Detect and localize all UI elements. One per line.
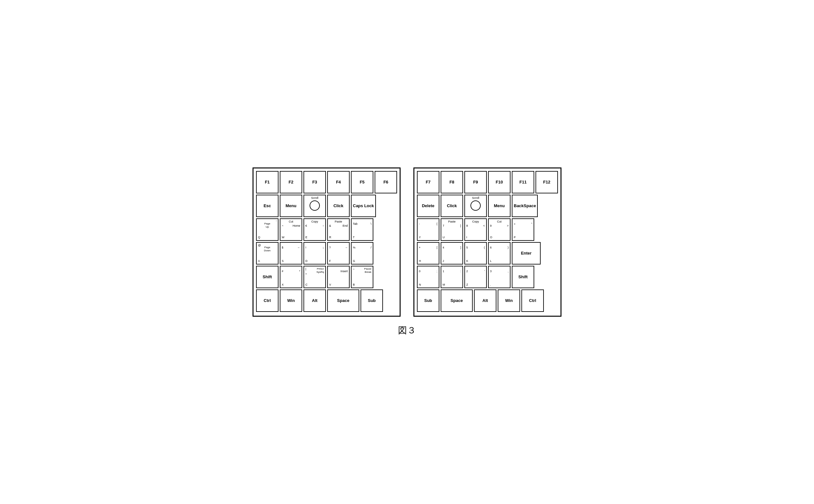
key-t[interactable]: Tab \ T — [351, 218, 373, 241]
key-enter[interactable]: Enter — [512, 242, 541, 264]
scroll-wheel-icon — [310, 200, 320, 211]
key-d[interactable]: ! ↓ D — [304, 242, 326, 264]
left-row4: @ PageDown A $ ← S ! ↓ D ? → F % / — [256, 242, 397, 264]
key-f2[interactable]: F2 — [280, 171, 302, 193]
key-f9[interactable]: F9 — [464, 171, 487, 193]
key-space-left[interactable]: Space — [327, 289, 359, 312]
key-a[interactable]: @ PageDown A — [256, 242, 279, 264]
key-win-right[interactable]: Win — [498, 289, 520, 312]
key-menu[interactable]: Menu — [280, 195, 302, 217]
key-menu-right[interactable]: Menu — [488, 195, 510, 217]
key-c[interactable]: | PrtScrSysRq ^ C — [304, 266, 326, 288]
key-r[interactable]: Paste & End R — [327, 218, 350, 241]
key-click-right[interactable]: Click — [441, 195, 463, 217]
key-x[interactable]: # * X — [280, 266, 302, 288]
key-e[interactable]: Copy € ↑ E — [304, 218, 326, 241]
right-row6: Sub Space Alt Win Ctrl — [417, 289, 558, 312]
right-keyboard: F7 F8 F9 F10 F11 F12 Delete Click Scroll… — [413, 167, 561, 317]
key-f5[interactable]: F5 — [351, 171, 373, 193]
right-row4: + [ H 4 ] J 5 ( K 6 ) L Enter — [417, 242, 558, 264]
key-f11[interactable]: F11 — [512, 171, 534, 193]
right-row2: Delete Click Scroll Menu BackSpace — [417, 195, 558, 217]
key-f1[interactable]: F1 — [256, 171, 279, 193]
key-v[interactable]: Insert V — [327, 266, 350, 288]
key-h[interactable]: + [ H — [417, 242, 439, 264]
key-n[interactable]: 0 ; N — [417, 266, 439, 288]
key-esc[interactable]: Esc — [256, 195, 279, 217]
left-row6: Ctrl Win Alt Space Sub — [256, 289, 397, 312]
figure-label: 図３ — [398, 324, 416, 337]
scroll-wheel-right-icon — [470, 200, 481, 211]
key-ctrl-left[interactable]: Ctrl — [256, 289, 279, 312]
key-alt-left[interactable]: Alt — [304, 289, 326, 312]
key-b[interactable]: – PauseBreak B — [351, 266, 373, 288]
key-ctrl-right[interactable]: Ctrl — [521, 289, 544, 312]
key-backspace[interactable]: BackSpace — [512, 195, 538, 217]
key-m[interactable]: 1 : M — [441, 266, 463, 288]
right-row5: 0 ; N 1 : M 2 ' Z 3 , . Shift — [417, 266, 558, 288]
key-delete[interactable]: Delete — [417, 195, 439, 217]
right-fkey-row: F7 F8 F9 F10 F11 F12 — [417, 171, 558, 193]
key-l[interactable]: 6 ) L — [488, 242, 510, 264]
key-sub-right[interactable]: Sub — [417, 289, 439, 312]
key-sub-left[interactable]: Sub — [361, 289, 383, 312]
key-g[interactable]: % / G — [351, 242, 373, 264]
key-f7[interactable]: F7 — [417, 171, 439, 193]
key-win-left[interactable]: Win — [280, 289, 302, 312]
key-period[interactable]: 3 , . — [488, 266, 510, 288]
left-keyboard: F1 F2 F3 F4 F5 F6 Esc Menu Scroll Click … — [253, 167, 401, 317]
key-scroll-left[interactable]: Scroll — [304, 195, 326, 217]
keyboards-container: F1 F2 F3 F4 F5 F6 Esc Menu Scroll Click … — [253, 167, 561, 317]
key-f12[interactable]: F12 — [535, 171, 558, 193]
key-k[interactable]: 5 ( K — [464, 242, 487, 264]
key-shift-left[interactable]: Shift — [256, 266, 279, 288]
key-capslock[interactable]: Caps Lock — [351, 195, 376, 217]
key-z[interactable]: 2 ' Z — [464, 266, 487, 288]
key-scroll-right[interactable]: Scroll — [464, 195, 487, 217]
key-space-right[interactable]: Space — [441, 289, 473, 312]
key-f[interactable]: ? → F — [327, 242, 350, 264]
key-o[interactable]: Cut 9 > O — [488, 218, 510, 241]
key-f6[interactable]: F6 — [375, 171, 397, 193]
key-j[interactable]: 4 ] J — [441, 242, 463, 264]
key-p[interactable]: = " P — [512, 218, 534, 241]
left-fkey-row: F1 F2 F3 F4 F5 F6 — [256, 171, 397, 193]
key-q[interactable]: ' PageUp Q — [256, 218, 279, 241]
key-i[interactable]: Copy 8 < I — [464, 218, 487, 241]
left-row2: Esc Menu Scroll Click Caps Lock — [256, 195, 397, 217]
key-f8[interactable]: F8 — [441, 171, 463, 193]
key-shift-right[interactable]: Shift — [512, 266, 534, 288]
key-s[interactable]: $ ← S — [280, 242, 302, 264]
left-row3: ' PageUp Q Cut ~ Home W Copy € ↑ E Paste… — [256, 218, 397, 241]
key-y[interactable]: - { Y — [417, 218, 439, 241]
right-row3: - { Y Paste 7 } U Copy 8 < I Cut 9 > O — [417, 218, 558, 241]
key-alt-right[interactable]: Alt — [474, 289, 496, 312]
key-f3[interactable]: F3 — [304, 171, 326, 193]
key-click-left[interactable]: Click — [327, 195, 350, 217]
key-u[interactable]: Paste 7 } U — [441, 218, 463, 241]
key-f4[interactable]: F4 — [327, 171, 350, 193]
key-w[interactable]: Cut ~ Home W — [280, 218, 302, 241]
key-f10[interactable]: F10 — [488, 171, 510, 193]
left-row5: Shift # * X | PrtScrSysRq ^ C Insert V –… — [256, 266, 397, 288]
